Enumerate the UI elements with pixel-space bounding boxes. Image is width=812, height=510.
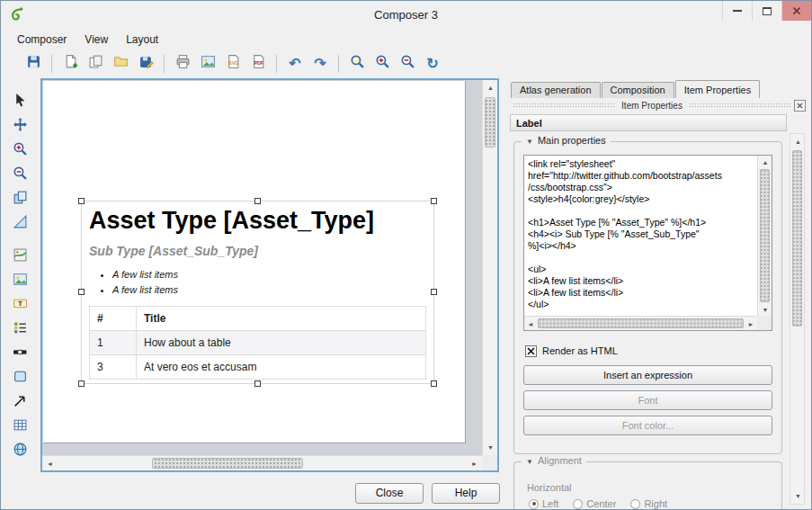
tab-item-properties[interactable]: Item Properties (675, 80, 761, 98)
minimize-button[interactable] (722, 1, 752, 21)
refresh-icon: ↻ (426, 56, 438, 72)
panel-vertical-scrollbar[interactable] (790, 133, 805, 505)
zoom-in-icon (13, 141, 28, 160)
scroll-right-icon[interactable] (745, 317, 757, 331)
editor-vertical-scrollbar[interactable] (757, 156, 772, 316)
export-as-image-button[interactable] (196, 52, 219, 76)
menu-composer[interactable]: Composer (8, 30, 76, 49)
add-html-frame-button[interactable] (6, 439, 33, 462)
label-html-source[interactable]: <link rel="stylesheet" href="http://twit… (528, 158, 754, 314)
menu-view[interactable]: View (76, 30, 117, 49)
canvas-viewport[interactable]: Asset Type [Asset_Type] Sub Type [Asset_… (42, 80, 482, 455)
selection-handle[interactable] (78, 198, 85, 204)
doc-new-icon (63, 54, 78, 73)
insert-expression-button[interactable]: Insert an expression (523, 365, 772, 385)
legend-icon (13, 320, 28, 339)
selection-handle[interactable] (431, 289, 437, 295)
dock-titlebar[interactable]: Item Properties (510, 99, 806, 112)
dock-close-button[interactable] (794, 100, 806, 112)
selection-handle[interactable] (431, 380, 437, 387)
zoom-in-tool-button[interactable] (6, 139, 33, 162)
save-as-template-button[interactable] (134, 52, 157, 76)
add-new-map-button[interactable] (6, 245, 33, 268)
add-basic-shape-button[interactable] (6, 366, 33, 389)
close-window-button[interactable] (781, 1, 811, 21)
composer-canvas[interactable]: Asset Type [Asset_Type] Sub Type [Asset_… (40, 78, 499, 472)
label-subheading: Sub Type [Asset_Sub_Type] (89, 244, 426, 258)
folder-icon (113, 54, 129, 73)
zoom-full-button[interactable] (345, 52, 369, 76)
label-text-editor[interactable]: <link rel="stylesheet" href="http://twit… (523, 155, 772, 331)
tab-atlas-generation[interactable]: Atlas generation (511, 82, 601, 98)
help-button[interactable]: Help (432, 483, 500, 504)
scroll-up-icon[interactable] (790, 134, 806, 149)
selection-handle[interactable] (78, 289, 85, 295)
scalebar-icon (13, 344, 28, 363)
move-item-content-button[interactable] (6, 114, 33, 138)
selection-handle[interactable] (78, 380, 85, 387)
label-bullet-item: A few list items (112, 282, 426, 298)
print-composer-button[interactable] (171, 52, 194, 76)
canvas-horizontal-scrollbar[interactable] (42, 455, 482, 470)
add-attribute-table-button[interactable] (6, 415, 33, 438)
editor-hscroll-thumb[interactable] (538, 318, 744, 328)
label-item[interactable]: Asset Type [Asset_Type] Sub Type [Asset_… (81, 201, 434, 384)
scroll-down-icon[interactable] (483, 440, 498, 455)
font-button: Font (523, 390, 772, 410)
undo-icon: ↶ (289, 56, 300, 72)
zoom-out-tool-button[interactable] (6, 163, 33, 186)
main-properties-legend[interactable]: Main properties (522, 136, 611, 146)
load-from-template-button[interactable] (109, 52, 132, 76)
scroll-down-icon[interactable] (758, 303, 772, 316)
selection-handle[interactable] (431, 198, 437, 204)
close-button[interactable]: Close (355, 483, 424, 504)
new-composer-button[interactable] (58, 52, 82, 76)
table-header-cell: # (90, 307, 137, 331)
zoom-icon (350, 54, 365, 73)
maximize-button[interactable] (752, 1, 781, 21)
add-new-scalebar-button[interactable] (6, 342, 33, 365)
duplicate-composer-button[interactable] (84, 52, 107, 76)
scroll-up-icon[interactable] (758, 156, 772, 168)
export-as-pdf-button[interactable]: PDF (246, 52, 270, 76)
scroll-up-icon[interactable] (483, 80, 498, 95)
disk-icon (26, 54, 41, 73)
canvas-vertical-scrollbar[interactable] (482, 80, 497, 455)
zoom-out-icon (13, 166, 28, 184)
add-arrow-button[interactable] (6, 390, 33, 414)
zoom-out-button[interactable] (396, 52, 419, 76)
export-as-svg-button[interactable]: SVG (221, 52, 245, 76)
undo-button[interactable]: ↶ (283, 52, 307, 76)
canvas-hscroll-thumb[interactable] (152, 458, 303, 469)
zoom-in-button[interactable] (370, 52, 394, 76)
scroll-left-icon[interactable] (42, 456, 58, 471)
selection-handle[interactable] (254, 380, 261, 387)
panel-vscroll-thumb[interactable] (792, 150, 802, 327)
printer-icon (175, 54, 191, 73)
scroll-left-icon[interactable] (524, 317, 537, 331)
image-icon (201, 54, 216, 73)
refresh-view-button[interactable]: ↻ (421, 52, 444, 76)
canvas-vscroll-thumb[interactable] (485, 97, 495, 148)
group-items-button[interactable] (6, 187, 33, 210)
select-move-item-button[interactable] (6, 90, 33, 113)
add-image-button[interactable] (6, 269, 33, 292)
add-new-legend-button[interactable] (6, 318, 33, 341)
selection-handle[interactable] (254, 198, 261, 204)
scrollbar-corner (482, 455, 497, 470)
disk-pen-icon (138, 54, 154, 73)
redo-button[interactable]: ↷ (308, 52, 332, 76)
scroll-right-icon[interactable] (467, 456, 482, 471)
editor-vscroll-thumb[interactable] (760, 169, 770, 302)
align-items-button[interactable] (6, 211, 33, 235)
editor-horizontal-scrollbar[interactable] (524, 316, 757, 330)
alignment-legend[interactable]: Alignment (522, 455, 586, 466)
save-project-button[interactable] (22, 52, 45, 76)
composition-page[interactable]: Asset Type [Asset_Type] Sub Type [Asset_… (43, 81, 466, 443)
tag-icon: T (13, 296, 28, 315)
menu-layout[interactable]: Layout (117, 30, 167, 49)
render-as-html-checkbox[interactable] (525, 345, 537, 357)
add-new-label-button[interactable]: T (6, 293, 33, 317)
tab-composition[interactable]: Composition (602, 82, 674, 98)
scroll-down-icon[interactable] (790, 488, 806, 504)
